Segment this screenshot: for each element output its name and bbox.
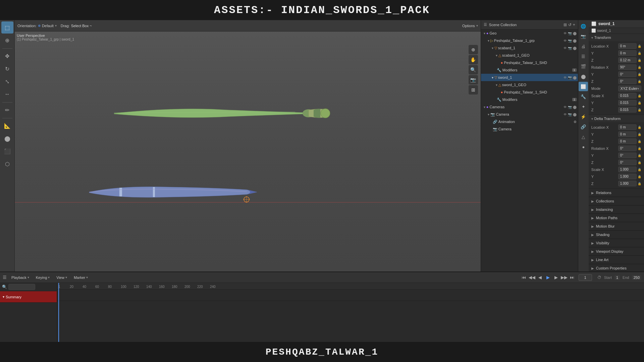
new-icon[interactable]: +: [573, 22, 575, 27]
location-x-field[interactable]: 0 m: [618, 43, 637, 49]
dloc-z-lock[interactable]: 🔒: [638, 140, 641, 143]
location-x-lock[interactable]: 🔒: [638, 45, 641, 48]
scene-icon[interactable]: 🎬: [579, 62, 588, 71]
end-value[interactable]: 250: [632, 275, 641, 280]
scabard-cam[interactable]: 📷: [568, 46, 572, 50]
rotation-x-field[interactable]: 90°: [618, 64, 637, 70]
view-camera-icon[interactable]: 📷: [469, 75, 478, 84]
tree-arrow-cameras[interactable]: ▾: [484, 105, 485, 109]
tree-arrow-scabard[interactable]: ▾: [492, 46, 493, 50]
data-icon[interactable]: △: [579, 132, 588, 141]
extra-tool[interactable]: ⬛: [1, 145, 13, 157]
line-art-header[interactable]: ▶ Line Art: [589, 256, 644, 264]
drot-y-field[interactable]: 0°: [618, 153, 637, 158]
object-props-icon[interactable]: ⬜: [579, 82, 588, 91]
prev-frame-button[interactable]: ◀: [536, 274, 544, 281]
scale-tool[interactable]: ⤡: [1, 75, 13, 87]
track-area[interactable]: 1 20 40 60 80 100 120 140 160 180 200 22…: [57, 283, 644, 342]
current-frame-input[interactable]: [579, 274, 592, 281]
dscale-z-field[interactable]: 1.000: [618, 181, 637, 186]
relations-header[interactable]: ▶ Relations: [589, 189, 644, 197]
dscale-z-lock[interactable]: 🔒: [638, 182, 641, 185]
instancing-header[interactable]: ▶ Instancing: [589, 205, 644, 214]
transform-gizmo[interactable]: [243, 196, 250, 203]
drag-value[interactable]: Select Box ~: [71, 24, 92, 28]
camera-eye[interactable]: 👁: [564, 113, 567, 116]
world-icon[interactable]: ⬤: [579, 72, 588, 81]
output-props-icon[interactable]: 🖨: [579, 42, 588, 51]
camera-render[interactable]: ⬤: [573, 113, 577, 116]
tree-arrow-geo[interactable]: ▾: [484, 32, 485, 35]
dscale-y-lock[interactable]: 🔒: [638, 175, 641, 178]
track-row-summary[interactable]: [57, 290, 644, 301]
next-keyframe-button[interactable]: ▶▶: [560, 274, 568, 281]
view-zoom-icon[interactable]: 🔍: [469, 65, 478, 74]
render-props-icon[interactable]: 📷: [579, 32, 588, 41]
particles-icon[interactable]: ✦: [579, 102, 588, 111]
cursor-tool[interactable]: ⊕: [1, 34, 13, 46]
orientation-value[interactable]: Default: [42, 24, 54, 28]
scale-y-lock[interactable]: 🔒: [638, 101, 641, 105]
drag-selector[interactable]: Drag: Select Box ~: [61, 24, 92, 28]
view-nav-icon[interactable]: ⊕: [469, 45, 478, 54]
smooth-tool[interactable]: ⬤: [1, 132, 13, 144]
dloc-x-field[interactable]: 0 m: [618, 124, 637, 130]
collections-header[interactable]: ▶ Collections: [589, 197, 644, 205]
tree-arrow-scabard-geo[interactable]: ▾: [496, 54, 497, 57]
tree-item-camera2[interactable]: 📷 Camera: [481, 125, 578, 133]
timeline-search-input[interactable]: [8, 284, 35, 290]
drot-y-lock[interactable]: 🔒: [638, 154, 641, 157]
options-button[interactable]: Options ▾: [462, 24, 478, 28]
tree-arrow-camera[interactable]: ▾: [488, 113, 489, 116]
orientation-selector[interactable]: Orientation: ⊕ Default ▾: [17, 24, 57, 28]
cameras-render[interactable]: ⬤: [573, 105, 577, 109]
rotation-z-lock[interactable]: 🔒: [638, 80, 641, 83]
tree-arrow-peshq[interactable]: ▾: [488, 39, 489, 43]
custom-props-header[interactable]: ▶ Custom Properties: [589, 264, 644, 272]
transform-header[interactable]: ▾ Transform: [589, 34, 644, 41]
tree-item-sword-geo[interactable]: ▾ △ sword_1_GEO: [481, 81, 578, 88]
tree-item-shd-1[interactable]: ● Peshqabz_Talwar_1_SHD: [481, 59, 578, 66]
tree-item-animation[interactable]: 🔗 Animation ⚙: [481, 118, 578, 125]
mode-select[interactable]: XYZ Euler: [618, 85, 641, 92]
tree-item-shd-2[interactable]: ● Peshqabz_Talwar_1_SHD: [481, 88, 578, 96]
tree-item-scabard[interactable]: ▾ ▽ scabard_1 👁 📷 ⬤: [481, 44, 578, 52]
camera-cam[interactable]: 📷: [568, 113, 572, 116]
cameras-eye[interactable]: 👁: [564, 105, 567, 109]
motion-blur-header[interactable]: ▶ Motion Blur: [589, 222, 644, 230]
playback-button[interactable]: Playback ▾: [9, 275, 31, 280]
shading-header[interactable]: ▶ Shading: [589, 231, 644, 239]
dloc-y-lock[interactable]: 🔒: [638, 133, 641, 136]
tree-item-camera[interactable]: ▾ 📷 Camera 👁 📷 ⬤: [481, 111, 578, 118]
dscale-x-lock[interactable]: 🔒: [638, 168, 641, 171]
scale-x-lock[interactable]: 🔒: [638, 94, 641, 98]
scale-x-field[interactable]: 0.015: [618, 93, 637, 99]
location-z-lock[interactable]: 🔒: [638, 59, 641, 62]
rotation-y-lock[interactable]: 🔒: [638, 73, 641, 76]
drot-x-lock[interactable]: 🔒: [638, 147, 641, 150]
tree-arrow-sword-geo[interactable]: ▾: [496, 83, 497, 87]
location-y-lock[interactable]: 🔒: [638, 52, 641, 55]
skip-end-button[interactable]: ⏭: [569, 274, 576, 281]
measure-tool[interactable]: 📐: [1, 120, 13, 132]
material-icon[interactable]: ●: [579, 142, 588, 152]
select-tool[interactable]: ⬚: [1, 21, 13, 34]
scene-props-icon[interactable]: 🌐: [579, 21, 588, 31]
marker-button[interactable]: Marker ▾: [72, 275, 90, 280]
scale-z-field[interactable]: 0.015: [618, 107, 637, 113]
rotation-z-field[interactable]: 0°: [618, 78, 637, 84]
drot-z-field[interactable]: 0°: [618, 160, 637, 165]
view-hand-icon[interactable]: ✋: [469, 55, 478, 64]
location-z-field[interactable]: 0.12 m: [618, 57, 637, 63]
prev-keyframe-button[interactable]: ◀◀: [528, 274, 536, 281]
tree-item-peshq-grp[interactable]: ▾ ▷ Peshqabz_Talwar_1_grp 👁 📷 ⬤: [481, 37, 578, 44]
tree-item-geo[interactable]: ▾ ● Geo 👁 📷 ⬤: [481, 29, 578, 37]
tree-item-scabard-geo[interactable]: ▾ △ scabard_1_GEO: [481, 52, 578, 59]
sync-icon[interactable]: ↺: [568, 22, 572, 27]
rotate-tool[interactable]: ↻: [1, 63, 13, 75]
geo-cam[interactable]: 📷: [568, 32, 572, 35]
keying-button[interactable]: Keying ▾: [34, 275, 52, 280]
drot-x-field[interactable]: 0°: [618, 145, 637, 151]
geo-render[interactable]: ⬤: [573, 32, 577, 35]
dloc-z-field[interactable]: 0 m: [618, 138, 637, 144]
